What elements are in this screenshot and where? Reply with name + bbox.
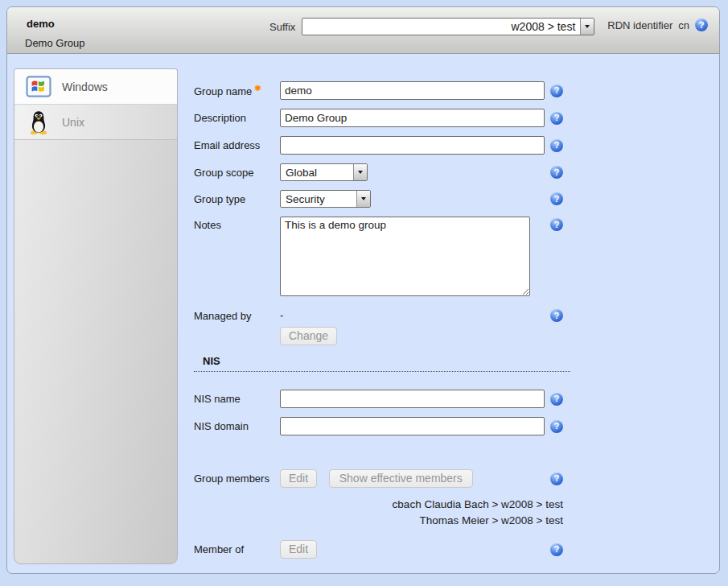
dropdown-arrow-icon	[358, 171, 363, 174]
notes-label: Notes	[194, 217, 280, 231]
group-members-row: Group members Edit Show effective member…	[194, 469, 570, 488]
suffix-area: Suffix w2008 > test	[269, 18, 594, 35]
dropdown-arrow-button[interactable]	[356, 191, 370, 207]
group-type-row: Group type Security ?	[194, 190, 570, 208]
group-type-label: Group type	[194, 193, 280, 205]
group-name-row: Group name✱ ?	[194, 81, 570, 100]
entry-subtitle: Demo Group	[25, 37, 84, 49]
group-member-list: cbach Claudia Bach > w2008 > test Thomas…	[194, 497, 570, 529]
help-icon[interactable]: ?	[550, 166, 563, 179]
description-input[interactable]	[280, 109, 545, 127]
dropdown-arrow-icon	[585, 25, 590, 28]
group-form: Group name✱ ? Description ? Email addres…	[194, 81, 570, 567]
sidebar: Windows Unix	[14, 68, 178, 564]
group-scope-row: Group scope Global ?	[194, 163, 570, 181]
notes-textarea[interactable]: This is a demo group	[280, 217, 530, 296]
managed-by-value: -	[280, 307, 547, 321]
show-effective-members-button[interactable]: Show effective members	[329, 469, 473, 488]
group-scope-label: Group scope	[194, 167, 280, 179]
notes-row: Notes This is a demo group ?	[194, 217, 570, 299]
main-window: demo Demo Group Suffix w2008 > test RDN …	[6, 6, 720, 574]
help-icon[interactable]: ?	[550, 393, 563, 406]
dropdown-arrow-icon	[361, 197, 366, 200]
description-row: Description ?	[194, 109, 570, 127]
group-member-item: cbach Claudia Bach > w2008 > test	[194, 497, 563, 513]
suffix-select[interactable]: w2008 > test	[302, 18, 594, 35]
tab-windows[interactable]: Windows	[14, 69, 177, 105]
suffix-select-value: w2008 > test	[302, 19, 580, 35]
group-members-block: Group members Edit Show effective member…	[194, 469, 570, 529]
member-of-label: Member of	[194, 543, 280, 555]
nis-section-title: NIS	[203, 355, 220, 367]
rdn-identifier-value: cn	[678, 19, 689, 31]
required-icon: ✱	[254, 84, 261, 93]
nis-name-input[interactable]	[280, 390, 545, 408]
help-icon[interactable]: ?	[550, 473, 563, 485]
tab-unix[interactable]: Unix	[14, 105, 177, 140]
help-icon[interactable]: ?	[695, 19, 708, 31]
description-label: Description	[194, 112, 280, 124]
rdn-identifier-label: RDN identifier	[607, 19, 672, 31]
dropdown-arrow-button[interactable]	[353, 164, 367, 180]
dropdown-arrow-button[interactable]	[580, 19, 594, 35]
nis-section-divider: NIS	[194, 355, 570, 372]
help-icon[interactable]: ?	[550, 85, 563, 97]
group-scope-value: Global	[281, 164, 353, 180]
email-label: Email address	[194, 139, 280, 151]
group-type-value: Security	[281, 191, 356, 207]
nis-domain-row: NIS domain ?	[194, 417, 570, 435]
tab-windows-label: Windows	[62, 80, 108, 93]
header-bar: demo Demo Group Suffix w2008 > test RDN …	[7, 7, 719, 54]
group-name-input[interactable]	[280, 81, 545, 100]
group-members-label: Group members	[194, 473, 280, 485]
group-scope-select[interactable]: Global	[280, 163, 368, 181]
group-type-select[interactable]: Security	[280, 190, 371, 208]
help-icon[interactable]: ?	[550, 218, 563, 231]
group-member-item: Thomas Meier > w2008 > test	[194, 513, 563, 529]
nis-domain-label: NIS domain	[194, 420, 280, 432]
help-icon[interactable]: ?	[550, 309, 563, 322]
email-row: Email address ?	[194, 136, 570, 155]
tab-unix-label: Unix	[62, 116, 84, 129]
group-name-label: Group name✱	[194, 84, 280, 97]
help-icon[interactable]: ?	[550, 139, 563, 152]
change-managed-by-button[interactable]: Change	[280, 327, 337, 345]
nis-domain-input[interactable]	[280, 417, 545, 435]
rdn-area: RDN identifier cn ?	[607, 19, 708, 31]
managed-by-label: Managed by	[194, 307, 280, 322]
nis-name-row: NIS name ?	[194, 390, 570, 408]
help-icon[interactable]: ?	[550, 420, 563, 433]
member-of-row: Member of Edit ?	[194, 540, 570, 559]
help-icon[interactable]: ?	[550, 543, 563, 556]
email-input[interactable]	[280, 136, 545, 155]
suffix-label: Suffix	[269, 21, 295, 33]
nis-name-label: NIS name	[194, 393, 280, 405]
entry-title: demo	[27, 18, 55, 30]
edit-member-of-button[interactable]: Edit	[280, 540, 317, 559]
help-icon[interactable]: ?	[550, 192, 563, 205]
tux-penguin-icon	[25, 109, 52, 136]
help-icon[interactable]: ?	[550, 112, 563, 125]
edit-group-members-button[interactable]: Edit	[280, 469, 317, 488]
managed-by-row: Managed by - Change ?	[194, 307, 570, 345]
windows-logo-icon	[25, 73, 52, 101]
